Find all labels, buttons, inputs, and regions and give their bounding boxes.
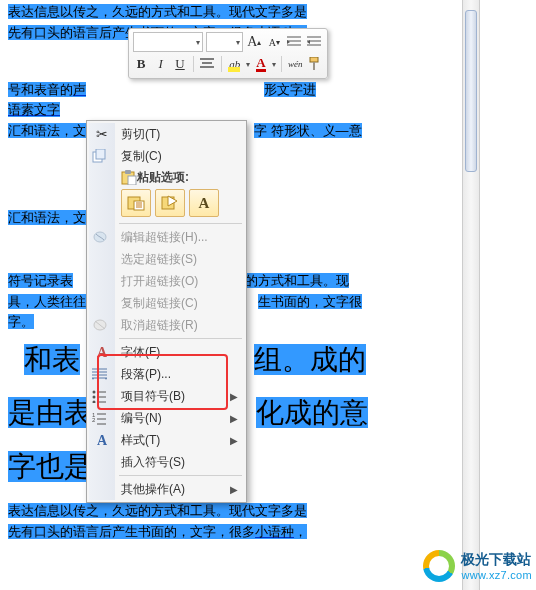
remove-link-icon bbox=[92, 318, 112, 332]
shrink-font-button[interactable]: A▾ bbox=[266, 33, 283, 51]
paste-options-row: A bbox=[89, 187, 244, 221]
underline-button[interactable]: U bbox=[172, 55, 188, 73]
separator bbox=[221, 56, 222, 72]
svg-rect-0 bbox=[310, 57, 318, 62]
menu-item-font[interactable]: A 字体(F)... bbox=[89, 341, 244, 363]
italic-button[interactable]: I bbox=[152, 55, 168, 73]
menu-item-select-hyperlink[interactable]: 选定超链接(S) bbox=[89, 248, 244, 270]
svg-text:2: 2 bbox=[92, 417, 96, 423]
font-icon: A bbox=[92, 344, 112, 361]
menu-item-edit-hyperlink[interactable]: 编辑超链接(H)... bbox=[89, 226, 244, 248]
phonetic-guide-button[interactable]: wén bbox=[287, 55, 303, 73]
watermark-title: 极光下载站 bbox=[461, 551, 532, 569]
svg-point-13 bbox=[93, 395, 96, 398]
doc-line: 语素文字 bbox=[8, 100, 453, 121]
format-painter-button[interactable] bbox=[307, 55, 323, 73]
increase-indent-button[interactable] bbox=[306, 33, 323, 51]
decrease-indent-button[interactable] bbox=[286, 33, 303, 51]
font-family-dropdown[interactable]: ▾ bbox=[133, 32, 203, 52]
hyperlink[interactable]: 小语种 bbox=[255, 524, 294, 539]
scrollbar-thumb[interactable] bbox=[465, 10, 477, 172]
grow-font-button[interactable]: A▴ bbox=[246, 33, 263, 51]
bullets-icon bbox=[92, 390, 112, 403]
submenu-arrow-icon: ▶ bbox=[230, 484, 238, 495]
separator bbox=[281, 56, 282, 72]
doc-line: 号和表音的声形文字进 bbox=[8, 80, 453, 101]
menu-item-copy-hyperlink[interactable]: 复制超链接(C) bbox=[89, 292, 244, 314]
menu-item-cut[interactable]: ✂ 剪切(T) bbox=[89, 123, 244, 145]
menu-item-open-hyperlink[interactable]: 打开超链接(O) bbox=[89, 270, 244, 292]
svg-point-12 bbox=[93, 390, 96, 393]
submenu-arrow-icon: ▶ bbox=[230, 391, 238, 402]
doc-line: 表达信息以传之，久远的方式和工具。现代文字多是 bbox=[8, 2, 453, 23]
cut-icon: ✂ bbox=[92, 126, 112, 142]
styles-icon: A bbox=[92, 432, 112, 449]
paragraph-icon bbox=[92, 368, 112, 381]
menu-divider bbox=[119, 475, 242, 476]
menu-item-styles[interactable]: A 样式(T)▶ bbox=[89, 429, 244, 451]
svg-rect-6 bbox=[128, 176, 136, 185]
svg-rect-1 bbox=[313, 62, 315, 70]
font-size-dropdown[interactable]: ▾ bbox=[206, 32, 243, 52]
context-menu: ✂ 剪切(T) 复制(C) 粘贴选项: A 编辑超链接(H)... 选定超链接(… bbox=[86, 120, 247, 503]
menu-divider bbox=[119, 223, 242, 224]
watermark-logo-icon bbox=[423, 550, 455, 582]
menu-header-paste-options: 粘贴选项: bbox=[89, 167, 244, 187]
menu-item-numbering[interactable]: 12 编号(N)▶ bbox=[89, 407, 244, 429]
numbering-icon: 12 bbox=[92, 412, 112, 425]
paste-keep-source-button[interactable] bbox=[121, 189, 151, 217]
paste-merge-button[interactable] bbox=[155, 189, 185, 217]
center-align-button[interactable] bbox=[199, 55, 215, 73]
menu-divider bbox=[119, 338, 242, 339]
separator bbox=[193, 56, 194, 72]
watermark-url: www.xz7.com bbox=[461, 569, 532, 581]
doc-line: 先有口头的语言后产生书面的，文字，很多小语种， bbox=[8, 522, 453, 543]
hyperlink[interactable]: 语素文字 bbox=[8, 102, 60, 117]
vertical-scrollbar[interactable] bbox=[462, 0, 480, 590]
menu-item-paragraph[interactable]: 段落(P)... bbox=[89, 363, 244, 385]
menu-item-bullets[interactable]: 项目符号(B)▶ bbox=[89, 385, 244, 407]
svg-point-14 bbox=[93, 400, 96, 403]
svg-rect-5 bbox=[125, 170, 131, 174]
svg-rect-3 bbox=[96, 149, 105, 159]
submenu-arrow-icon: ▶ bbox=[230, 413, 238, 424]
doc-line: 表达信息以传之，久远的方式和工具。现代文字多是 bbox=[8, 501, 453, 522]
menu-item-insert-symbol[interactable]: 插入符号(S) bbox=[89, 451, 244, 473]
hyperlink[interactable]: 声 bbox=[73, 82, 86, 97]
submenu-arrow-icon: ▶ bbox=[230, 435, 238, 446]
menu-item-other[interactable]: 其他操作(A)▶ bbox=[89, 478, 244, 500]
mini-toolbar: ▾ ▾ A▴ A▾ B I U ab ▾ A ▾ wén bbox=[128, 28, 328, 79]
menu-item-remove-hyperlink[interactable]: 取消超链接(R) bbox=[89, 314, 244, 336]
paste-icon bbox=[121, 170, 137, 185]
menu-item-copy[interactable]: 复制(C) bbox=[89, 145, 244, 167]
font-color-button[interactable]: A bbox=[253, 55, 269, 73]
copy-icon bbox=[92, 149, 112, 163]
hyperlink-icon bbox=[92, 230, 112, 244]
highlight-color-button[interactable]: ab bbox=[226, 55, 242, 73]
paste-text-only-button[interactable]: A bbox=[189, 189, 219, 217]
bold-button[interactable]: B bbox=[133, 55, 149, 73]
watermark: 极光下载站 www.xz7.com bbox=[423, 550, 532, 582]
